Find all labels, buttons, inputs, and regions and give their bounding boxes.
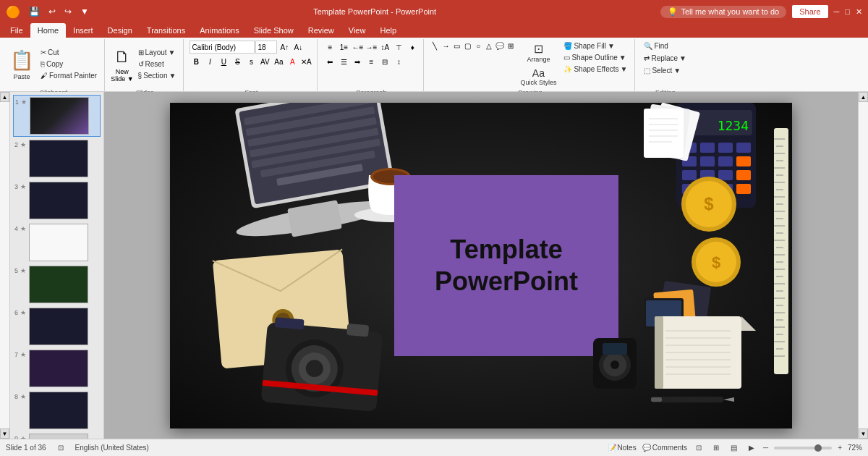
select-button[interactable]: ⬚ Select ▼	[641, 65, 684, 76]
font-name-input[interactable]	[190, 41, 255, 54]
align-left-button[interactable]: ⬅	[323, 55, 336, 68]
zoom-in-button[interactable]: +	[838, 444, 842, 452]
arrange-button[interactable]: ⊡ Arrange	[517, 41, 559, 64]
shape-rect[interactable]: ▭	[451, 41, 461, 51]
new-slide-button[interactable]: 🗋	[111, 46, 133, 68]
slide-thumb-8[interactable]: 8 ★	[13, 390, 101, 431]
align-right-button[interactable]: ➡	[351, 55, 364, 68]
quick-access-save[interactable]: 💾	[29, 7, 40, 17]
font-size-input[interactable]	[255, 41, 277, 54]
clipboard-group: 📋 Paste ✂ Cut ⎘ Copy 🖌 Format Pa	[3, 39, 105, 98]
bullets-button[interactable]: ≡	[323, 41, 336, 54]
tab-review[interactable]: Review	[301, 23, 341, 38]
slide-panel-scroll[interactable]: ▲ ▼	[0, 92, 10, 439]
shape-triangle[interactable]: △	[484, 41, 494, 51]
right-scroll-up[interactable]: ▲	[859, 92, 868, 102]
font-group: A↑ A↓ B I U S s AV Aa A ✕A Font	[185, 39, 318, 98]
para-row-1: ≡ 1≡ ←≡ →≡ ↕A ⊤ ♦	[323, 41, 419, 54]
zoom-out-button[interactable]: ─	[763, 444, 768, 452]
right-scrollbar[interactable]: ▲ ▼	[858, 92, 868, 439]
clear-format-button[interactable]: ✕A	[299, 55, 312, 68]
view-reading-button[interactable]: ▤	[728, 442, 740, 453]
shadow-button[interactable]: s	[244, 55, 258, 68]
scroll-down-button[interactable]: ▼	[0, 428, 9, 439]
decrease-indent-button[interactable]: ←≡	[351, 41, 364, 54]
italic-button[interactable]: I	[203, 55, 216, 68]
text-direction-button[interactable]: ↕A	[378, 41, 391, 54]
slide-purple-box[interactable]: Template PowerPoint	[394, 175, 618, 356]
quick-access-more[interactable]: ▼	[80, 7, 89, 17]
font-color-button[interactable]: A	[286, 55, 299, 68]
numbering-button[interactable]: 1≡	[337, 41, 350, 54]
shape-fill-button[interactable]: 🪣 Shape Fill ▼	[561, 41, 630, 51]
quick-styles-button[interactable]: Aa Quick Styles	[517, 66, 559, 88]
view-presenter-button[interactable]: ▶	[746, 442, 757, 453]
right-scroll-down[interactable]: ▼	[859, 428, 868, 439]
tab-file[interactable]: File	[3, 23, 30, 38]
line-spacing-button[interactable]: ↕	[392, 55, 405, 68]
slide-thumb-1[interactable]: 1 ★	[13, 95, 101, 137]
tab-slideshow[interactable]: Slide Show	[247, 23, 301, 38]
tab-transitions[interactable]: Transitions	[140, 23, 192, 38]
search-bar[interactable]: 💡 Tell me what you want to do	[660, 6, 786, 18]
shape-callout[interactable]: 💬	[495, 41, 505, 51]
tab-help[interactable]: Help	[373, 23, 404, 38]
comments-button[interactable]: 💬 Comments	[642, 444, 687, 452]
underline-button[interactable]: U	[217, 55, 230, 68]
tab-animations[interactable]: Animations	[192, 23, 246, 38]
slide-thumb-6[interactable]: 6 ★	[13, 306, 101, 347]
shape-line[interactable]: ╲	[430, 41, 440, 51]
shape-outline-button[interactable]: ▭ Shape Outline ▼	[561, 52, 630, 63]
format-painter-button[interactable]: 🖌 Format Painter	[38, 70, 100, 81]
cut-button[interactable]: ✂ Cut	[38, 47, 100, 58]
slide-thumb-9[interactable]: 9 ★	[13, 432, 101, 439]
notes-button[interactable]: 📝 Notes	[608, 444, 637, 452]
change-case-button[interactable]: Aa	[272, 55, 285, 68]
tab-design[interactable]: Design	[101, 23, 140, 38]
scroll-up-button[interactable]: ▲	[0, 92, 9, 102]
share-button[interactable]: Share	[792, 5, 827, 18]
columns-button[interactable]: ⊟	[378, 55, 391, 68]
slide-thumb-2[interactable]: 2 ★	[13, 138, 101, 179]
svg-rect-67	[603, 343, 627, 355]
increase-indent-button[interactable]: →≡	[365, 41, 378, 54]
shape-effects-button[interactable]: ✨ Shape Effects ▼	[561, 64, 630, 75]
shape-oval[interactable]: ○	[473, 41, 483, 51]
decrease-font-button[interactable]: A↓	[292, 41, 305, 54]
copy-button[interactable]: ⎘ Copy	[38, 59, 100, 69]
zoom-slider[interactable]	[774, 447, 832, 449]
quick-access-undo[interactable]: ↩	[48, 7, 56, 17]
view-slide-sorter-button[interactable]: ⊞	[710, 442, 722, 453]
replace-button[interactable]: ⇄ Replace ▼	[641, 53, 689, 64]
tab-insert[interactable]: Insert	[66, 23, 101, 38]
shape-more[interactable]: ⊞	[506, 41, 516, 51]
tab-home[interactable]: Home	[30, 23, 66, 38]
find-button[interactable]: 🔍 Find	[641, 41, 671, 51]
slide-thumb-4[interactable]: 4 ★	[13, 222, 101, 263]
view-normal-button[interactable]: ⊡	[693, 442, 705, 453]
slide-thumb-3[interactable]: 3 ★	[13, 180, 101, 221]
layout-icon: ⊞	[138, 48, 144, 56]
shape-rounded[interactable]: ▢	[462, 41, 472, 51]
align-text-button[interactable]: ⊤	[392, 41, 405, 54]
layout-button[interactable]: ⊞ Layout ▼	[135, 47, 179, 58]
smartart-button[interactable]: ♦	[406, 41, 419, 54]
bold-button[interactable]: B	[190, 55, 203, 68]
section-button[interactable]: § Section ▼	[135, 70, 179, 81]
minimize-button[interactable]: ─	[834, 7, 840, 16]
maximize-button[interactable]: □	[845, 7, 850, 16]
close-button[interactable]: ✕	[856, 7, 862, 17]
reset-button[interactable]: ↺ Reset	[135, 59, 179, 69]
tab-view[interactable]: View	[341, 23, 373, 38]
slide-canvas[interactable]: Template PowerPoint 1234	[170, 103, 792, 428]
shape-arrow[interactable]: →	[441, 41, 451, 51]
align-center-button[interactable]: ☰	[337, 55, 350, 68]
increase-font-button[interactable]: A↑	[278, 41, 291, 54]
slide-thumb-7[interactable]: 7 ★	[13, 348, 101, 389]
char-spacing-button[interactable]: AV	[258, 55, 271, 68]
justify-button[interactable]: ≡	[365, 55, 378, 68]
strikethrough-button[interactable]: S	[231, 55, 244, 68]
paste-button[interactable]: 📋	[7, 48, 36, 73]
slide-thumb-5[interactable]: 5 ★	[13, 264, 101, 305]
quick-access-redo[interactable]: ↪	[64, 7, 72, 17]
